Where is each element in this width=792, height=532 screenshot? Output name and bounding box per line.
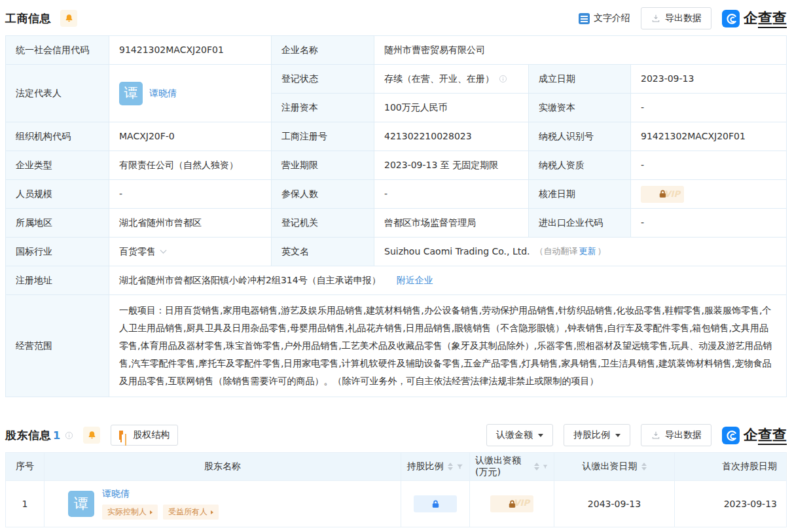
bell-icon: [63, 13, 75, 24]
en-name-label: 英文名: [272, 238, 374, 266]
qichacha-logo[interactable]: 企查查: [722, 427, 787, 444]
lock-icon: [431, 499, 441, 509]
col-first-date: 首次持股日期: [675, 453, 786, 480]
biz-term-label: 营业期限: [272, 151, 374, 179]
authority-label: 登记机关: [272, 209, 374, 237]
shareholder-header: 股东信息 1 股权结构 认缴金额 持股比例 导出数据: [5, 422, 787, 448]
org-code-value: MACXJ20F-0: [109, 122, 271, 151]
address-cell: 湖北省随州市曾都区洛阳镇小岭冲村2组314号（自主承诺申报） 附近企业: [109, 266, 786, 294]
company-profile-page: 工商信息 文字介绍 导出数据 企查查 统一社会信用代码 9142: [0, 0, 792, 527]
biz-term-value: 2023-09-13 至 无固定期限: [374, 151, 528, 179]
col-name: 股东名称: [45, 453, 401, 480]
qichacha-logo[interactable]: 企查查: [722, 10, 787, 27]
auto-translate-note-close: ）: [598, 245, 606, 258]
reg-status-label: 登记状态: [272, 65, 374, 93]
amount-cell: VIP: [470, 481, 554, 527]
col-amount[interactable]: 认缴出资额(万元): [470, 453, 554, 480]
arrow-right-icon: [150, 510, 153, 514]
subscribe-bell-button[interactable]: [60, 10, 77, 27]
est-date-value: 2023-09-13: [631, 65, 786, 93]
equity-structure-button[interactable]: 股权结构: [111, 425, 178, 446]
org-code-label: 组织机构代码: [6, 122, 109, 151]
vip-locked-value[interactable]: VIP: [641, 186, 684, 203]
caret-down-icon: [615, 434, 621, 437]
vip-locked-amount[interactable]: VIP: [490, 495, 533, 512]
reg-no-label: 工商注册号: [272, 122, 374, 151]
biz-info-header: 工商信息 文字介绍 导出数据 企查查: [5, 5, 787, 31]
legal-rep-cell: 谭 谭晓倩: [109, 65, 271, 122]
taxpayer-qual-value: -: [631, 151, 786, 179]
shareholder-avatar[interactable]: 谭: [68, 491, 94, 517]
industry-dropdown[interactable]: 百货零售: [109, 238, 271, 266]
paid-capital-label: 实缴资本: [529, 94, 630, 122]
sort-icon[interactable]: [534, 463, 539, 470]
credit-code-value: 91421302MACXJ20F01: [109, 36, 271, 64]
col-sub-date[interactable]: 认缴出资日期: [554, 453, 674, 480]
scope-cell: 一般项目：日用百货销售,家用电器销售,游艺及娱乐用品销售,建筑材料销售,办公设备…: [109, 295, 786, 397]
filter-funnel-icon[interactable]: [456, 463, 464, 471]
download-icon: [651, 13, 661, 24]
translate-update-link[interactable]: 更新: [579, 245, 596, 258]
taxpayer-id-label: 纳税人识别号: [529, 122, 630, 151]
beneficial-owner-tag[interactable]: 受益所有人: [163, 505, 219, 520]
address-label: 注册地址: [6, 266, 109, 294]
shareholder-cell: 谭 谭晓倩 实际控制人 受益所有人: [45, 481, 401, 527]
ratio-filter[interactable]: 持股比例: [564, 424, 630, 446]
vip-watermark: VIP: [664, 188, 680, 201]
qichacha-logo-icon: [722, 10, 740, 27]
region-value: 湖北省随州市曾都区: [109, 209, 271, 237]
shareholder-count: 1: [53, 429, 60, 442]
ie-code-label: 进出口企业代码: [529, 209, 630, 237]
col-seq: 序号: [6, 453, 44, 480]
company-type-label: 企业类型: [6, 151, 109, 179]
credit-code-label: 统一社会信用代码: [6, 36, 109, 64]
paid-capital-value: -: [631, 94, 786, 122]
en-name-cell: Suizhou Caomi Trading Co., Ltd. （自动翻译 更新…: [374, 238, 786, 266]
info-icon[interactable]: [498, 74, 508, 84]
insured-num-label: 参保人数: [272, 180, 374, 208]
export-data-button[interactable]: 导出数据: [641, 424, 711, 446]
taxpayer-id-value: 91421302MACXJ20F01: [631, 122, 786, 151]
vip-watermark: VIP: [514, 498, 530, 508]
sub-date-value: 2043-09-13: [554, 481, 674, 527]
reg-capital-label: 注册资本: [272, 94, 374, 122]
legal-rep-avatar[interactable]: 谭: [119, 82, 143, 105]
reg-capital-value: 100万元人民币: [374, 94, 528, 122]
first-date-value: 2023-09-13: [675, 481, 786, 527]
filter-funnel-icon[interactable]: [542, 463, 549, 471]
legal-rep-name-link[interactable]: 谭晓倩: [149, 86, 177, 99]
company-name-label: 企业名称: [272, 36, 374, 64]
arrow-right-icon: [211, 510, 213, 514]
chevron-down-icon: [160, 247, 167, 254]
sort-icon[interactable]: [641, 463, 647, 470]
subscribe-bell-button[interactable]: [83, 427, 100, 444]
ratio-cell: [401, 481, 469, 527]
export-data-button[interactable]: 导出数据: [641, 7, 711, 29]
approval-date-label: 核准日期: [529, 180, 630, 208]
region-label: 所属地区: [6, 209, 109, 237]
shareholder-title: 股东信息: [5, 428, 51, 443]
caret-down-icon: [538, 434, 543, 437]
en-name-value: Suizhou Caomi Trading Co., Ltd.: [384, 245, 530, 258]
reg-no-value: 421302210028023: [374, 122, 528, 151]
biz-info-title: 工商信息: [5, 11, 51, 26]
qichacha-logo-text: 企查查: [744, 428, 787, 442]
shareholder-table: 序号 股东名称 持股比例 认缴出资额(万元) 认缴出资日期 首次持股日期 1 谭…: [5, 452, 787, 527]
scope-value: 一般项目：日用百货销售,家用电器销售,游艺及娱乐用品销售,建筑材料销售,办公设备…: [119, 302, 776, 390]
text-intro-button[interactable]: 文字介绍: [579, 12, 630, 24]
row-seq: 1: [6, 481, 44, 527]
scope-label: 经营范围: [6, 295, 109, 397]
insured-num-value: -: [374, 180, 528, 208]
qichacha-logo-icon: [722, 427, 740, 444]
col-ratio[interactable]: 持股比例: [401, 453, 469, 480]
shareholder-name-link[interactable]: 谭晓倩: [102, 488, 130, 499]
info-icon[interactable]: [64, 431, 74, 440]
staff-size-label: 人员规模: [6, 180, 109, 208]
nearby-companies-link[interactable]: 附近企业: [397, 274, 433, 287]
subscribed-amount-filter[interactable]: 认缴金额: [486, 424, 553, 446]
sort-icon[interactable]: [448, 463, 453, 470]
locked-ratio-value[interactable]: [414, 495, 457, 512]
actual-controller-tag[interactable]: 实际控制人: [102, 505, 158, 520]
qichacha-logo-text: 企查查: [744, 11, 787, 26]
auto-translate-note: （自动翻译: [535, 245, 578, 258]
